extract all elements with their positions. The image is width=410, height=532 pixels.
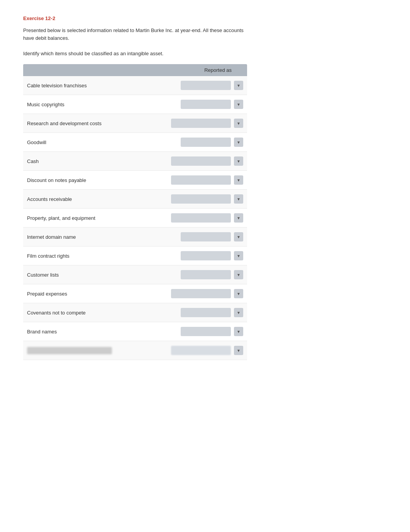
table-row: Goodwill ▼ — [23, 133, 247, 152]
reported-as-input[interactable] — [181, 100, 231, 109]
table-row: Prepaid expenses ▼ — [23, 284, 247, 303]
reported-as-input[interactable] — [171, 194, 231, 204]
row-label: Cable television franchises — [27, 83, 112, 88]
row-input-area: ▼ — [112, 213, 243, 223]
reported-as-input[interactable] — [181, 308, 231, 317]
row-input-area: ▼ — [112, 251, 243, 260]
table-row: Property, plant, and equipment ▼ — [23, 209, 247, 228]
row-label: Goodwill — [27, 139, 112, 145]
dropdown-button[interactable]: ▼ — [234, 156, 243, 166]
dropdown-button[interactable]: ▼ — [234, 308, 243, 317]
row-label: Internet domain name — [27, 234, 112, 240]
row-input-area: ▼ — [112, 346, 243, 355]
instruction-text: Identify which items should be classifie… — [23, 51, 387, 56]
table-row: Music copyrights ▼ — [23, 95, 247, 114]
exercise-title: Exercise 12-2 — [23, 15, 387, 21]
row-label: Brand names — [27, 329, 112, 335]
table-header: Reported as — [23, 64, 247, 76]
exercise-container: Exercise 12-2 Presented below is selecte… — [23, 15, 387, 360]
dropdown-button[interactable]: ▼ — [234, 138, 243, 147]
row-label: Film contract rights — [27, 253, 112, 259]
row-label: Discount on notes payable — [27, 177, 112, 183]
dropdown-button[interactable]: ▼ — [234, 119, 243, 128]
dropdown-button[interactable]: ▼ — [234, 251, 243, 260]
reported-as-input[interactable] — [181, 270, 231, 279]
row-input-area: ▼ — [112, 308, 243, 317]
row-input-area: ▼ — [112, 81, 243, 90]
table-row: Research and development costs ▼ — [23, 114, 247, 133]
reported-as-input[interactable] — [171, 213, 231, 223]
table-row: Discount on notes payable ▼ — [23, 171, 247, 190]
dropdown-button[interactable]: ▼ — [234, 194, 243, 204]
reported-as-input[interactable] — [171, 175, 231, 185]
dropdown-button[interactable]: ▼ — [234, 213, 243, 223]
table-row: Film contract rights ▼ — [23, 246, 247, 265]
description-text: Presented below is selected information … — [23, 27, 255, 42]
reported-as-header: Reported as — [204, 67, 232, 73]
dropdown-button[interactable]: ▼ — [234, 346, 243, 355]
reported-as-input-blurred[interactable] — [171, 346, 231, 355]
table-row: ▼ — [23, 341, 247, 360]
row-label: Research and development costs — [27, 121, 112, 126]
row-input-area: ▼ — [112, 327, 243, 336]
row-input-area: ▼ — [112, 119, 243, 128]
row-label: Covenants not to compete — [27, 310, 112, 316]
row-input-area: ▼ — [112, 100, 243, 109]
main-table: Reported as Cable television franchises … — [23, 64, 247, 360]
row-input-area: ▼ — [112, 289, 243, 298]
dropdown-button[interactable]: ▼ — [234, 232, 243, 241]
table-row: Accounts receivable ▼ — [23, 190, 247, 209]
reported-as-input[interactable] — [181, 327, 231, 336]
dropdown-button[interactable]: ▼ — [234, 327, 243, 336]
row-input-area: ▼ — [112, 270, 243, 279]
row-input-area: ▼ — [112, 156, 243, 166]
table-row: Brand names ▼ — [23, 322, 247, 341]
row-label: Accounts receivable — [27, 196, 112, 202]
reported-as-input[interactable] — [181, 232, 231, 241]
table-row: Covenants not to compete ▼ — [23, 303, 247, 322]
row-label: Customer lists — [27, 272, 112, 278]
table-row: Cable television franchises ▼ — [23, 76, 247, 95]
dropdown-button[interactable]: ▼ — [234, 81, 243, 90]
row-input-area: ▼ — [112, 194, 243, 204]
row-label-hidden — [27, 347, 112, 354]
reported-as-input[interactable] — [171, 289, 231, 298]
row-input-area: ▼ — [112, 232, 243, 241]
table-row: Cash ▼ — [23, 152, 247, 171]
reported-as-input[interactable] — [181, 138, 231, 147]
dropdown-button[interactable]: ▼ — [234, 175, 243, 185]
reported-as-input[interactable] — [181, 81, 231, 90]
row-input-area: ▼ — [112, 175, 243, 185]
row-input-area: ▼ — [112, 138, 243, 147]
reported-as-input[interactable] — [171, 119, 231, 128]
reported-as-input[interactable] — [181, 251, 231, 260]
dropdown-button[interactable]: ▼ — [234, 270, 243, 279]
row-label: Cash — [27, 158, 112, 164]
row-label: Prepaid expenses — [27, 291, 112, 297]
table-row: Internet domain name ▼ — [23, 228, 247, 246]
reported-as-input[interactable] — [171, 156, 231, 166]
dropdown-button[interactable]: ▼ — [234, 100, 243, 109]
row-label: Property, plant, and equipment — [27, 215, 112, 221]
dropdown-button[interactable]: ▼ — [234, 289, 243, 298]
row-label: Music copyrights — [27, 102, 112, 107]
table-row: Customer lists ▼ — [23, 265, 247, 284]
